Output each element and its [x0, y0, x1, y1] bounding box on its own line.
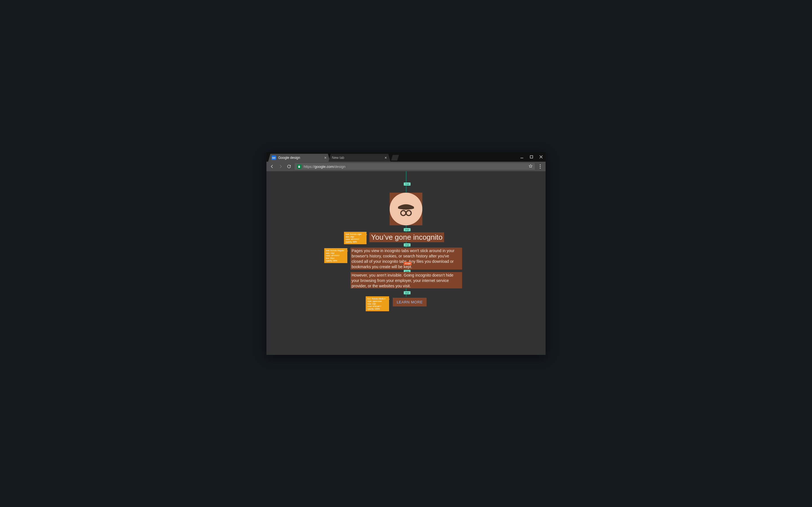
tab-title: New tab [332, 156, 382, 160]
spacing-annotation: 24pt [404, 228, 410, 231]
spacing-annotation: 72pt [404, 182, 410, 186]
new-tab-button[interactable] [391, 155, 399, 161]
close-tab-icon[interactable]: × [323, 156, 327, 160]
spec-annotation-body: font: Roboto-Regular size: 14pt color: #… [324, 248, 347, 263]
minimize-icon[interactable] [519, 155, 525, 159]
incognito-icon [390, 193, 422, 225]
spec-guideline [406, 294, 406, 297]
spec-line: size: 13pt [367, 302, 388, 305]
maximize-icon[interactable] [529, 155, 534, 159]
url-text: https://google.com/design [304, 165, 345, 169]
svg-point-8 [401, 211, 406, 216]
spec-guideline [406, 225, 406, 228]
spec-guideline [406, 171, 406, 183]
spec-annotation-button: font: Roboto-Medium style: uppercase siz… [366, 296, 389, 311]
learn-more-button[interactable]: Learn More [393, 298, 426, 306]
spec-annotation-heading: font: Roboto-Light size: 28pt color: #FF… [344, 232, 366, 244]
spec-line: size: 28pt [346, 235, 365, 238]
lock-icon [297, 164, 301, 169]
tab-title: Google design [278, 156, 321, 160]
spec-line: size: 14pt [326, 252, 346, 255]
tab-google-design[interactable]: GD Google design × [268, 154, 330, 162]
close-tab-icon[interactable]: × [384, 156, 388, 160]
spec-guideline [406, 288, 406, 291]
svg-rect-1 [530, 156, 533, 158]
url-path: /design [334, 165, 345, 169]
spec-line: color: #7BAAF7 [367, 305, 388, 307]
toolbar: https://google.com/design [266, 162, 546, 171]
body-paragraph-2: However, you aren't invisible. Going inc… [350, 272, 462, 288]
svg-point-4 [540, 164, 541, 165]
spacing-annotation: 24pt [404, 243, 410, 246]
spec-line: font: Roboto-Regular [326, 249, 346, 252]
browser-window: GD Google design × New tab × [266, 152, 546, 355]
svg-point-6 [540, 168, 541, 168]
spacing-annotation: 36pt [404, 291, 410, 294]
spec-line: font: Roboto-Light [346, 233, 365, 235]
tab-strip: GD Google design × New tab × [266, 152, 546, 162]
tab-new-tab[interactable]: New tab × [328, 154, 391, 162]
svg-point-5 [540, 166, 541, 167]
close-window-icon[interactable] [538, 155, 544, 159]
reload-icon[interactable] [286, 164, 292, 169]
spec-line: line: 36px [326, 257, 346, 260]
spec-line: opacity: 100% [367, 307, 388, 310]
bookmark-star-icon[interactable] [529, 164, 532, 169]
forward-icon[interactable] [278, 164, 283, 169]
url-host: google.com [315, 165, 334, 169]
spec-line: color: #FFFFFF [326, 255, 346, 257]
menu-icon[interactable] [538, 164, 543, 169]
spec-line: style: uppercase [367, 300, 388, 302]
address-bar[interactable]: https://google.com/design [295, 163, 535, 170]
window-controls [519, 152, 544, 162]
spec-line: color: #FFFFFF [346, 238, 365, 240]
spec-line: font: Roboto-Medium [367, 297, 388, 300]
favicon-google-design: GD [271, 156, 276, 160]
page-content: 72pt 24pt font: Roboto-Light size: 28pt … [266, 171, 546, 355]
svg-point-9 [406, 211, 411, 216]
page-heading: You’ve gone incognito [369, 232, 444, 242]
back-icon[interactable] [269, 164, 275, 169]
svg-point-7 [398, 207, 414, 210]
spec-line: opacity: 80% [326, 260, 346, 262]
width-annotation: 410pt [404, 262, 412, 265]
spec-guideline [406, 185, 406, 192]
body-paragraph-1: Pages you view in incognito tabs won't s… [350, 247, 462, 270]
url-scheme: https:// [304, 165, 315, 169]
spec-line: opacity: 80% [346, 240, 365, 243]
